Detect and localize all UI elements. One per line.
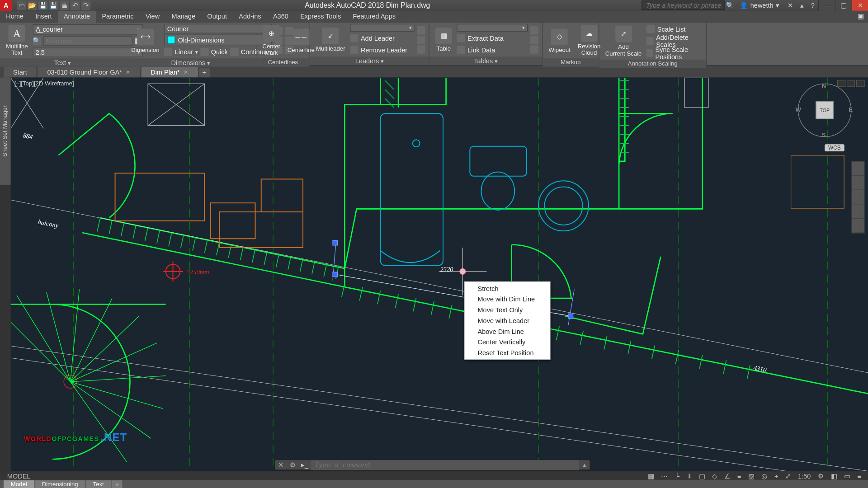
- layout-dim[interactable]: Dimensioning: [35, 480, 85, 488]
- sb-snap-icon[interactable]: ⋯: [659, 472, 670, 480]
- sb-custom-icon[interactable]: ≡: [855, 473, 863, 480]
- tab-featured[interactable]: Featured Apps: [347, 11, 401, 23]
- file-tab-start[interactable]: Start: [4, 67, 37, 78]
- tab-manage[interactable]: Manage: [165, 11, 201, 23]
- quick-button[interactable]: Quick: [211, 48, 228, 56]
- linear-button[interactable]: Linear: [175, 48, 193, 56]
- table-button[interactable]: ▦Table: [433, 26, 454, 53]
- close-icon[interactable]: ✕: [184, 69, 189, 75]
- multileader-button[interactable]: ↙Multileader: [314, 26, 348, 53]
- tab-a360[interactable]: A360: [267, 11, 294, 23]
- compass-w[interactable]: W: [796, 106, 801, 113]
- ctx-reset-text[interactable]: Reset Text Position: [465, 347, 550, 358]
- a360-icon[interactable]: ▴: [797, 1, 807, 9]
- close-button[interactable]: ✕: [852, 0, 868, 11]
- leader-o1-icon[interactable]: [417, 26, 425, 34]
- center-mark-button[interactable]: ⊕Center Mark: [260, 24, 283, 57]
- maximize-button[interactable]: ▢: [835, 0, 852, 11]
- qat-saveas-icon[interactable]: 💾: [49, 0, 58, 10]
- tab-parametric[interactable]: Parametric: [96, 11, 140, 23]
- search-icon[interactable]: 🔍: [725, 0, 735, 10]
- panel-table-title[interactable]: Tables ▾: [429, 56, 542, 65]
- table-o3-icon[interactable]: [530, 45, 538, 53]
- wcs-indicator[interactable]: WCS: [825, 144, 844, 151]
- add-leader-button[interactable]: Add Leader: [361, 35, 395, 42]
- sb-cycle-icon[interactable]: ◎: [759, 472, 770, 480]
- ctx-above-dimline[interactable]: Above Dim Line: [465, 326, 550, 337]
- sb-transparency-icon[interactable]: ▨: [746, 472, 757, 480]
- extract-data-button[interactable]: Extract Data: [467, 35, 504, 42]
- model-space-button[interactable]: MODEL: [5, 473, 33, 480]
- tab-home[interactable]: Home: [0, 11, 29, 23]
- table-o1-icon[interactable]: [530, 26, 538, 34]
- command-line[interactable]: ✕ ⚙ ▸_ ▴: [274, 460, 590, 470]
- sheet-set-manager-tab[interactable]: Sheet Set Manager: [0, 77, 11, 184]
- sb-ortho-icon[interactable]: └: [672, 473, 682, 480]
- layout-text[interactable]: Text: [86, 480, 111, 488]
- qat-new-icon[interactable]: ▭: [17, 0, 26, 10]
- viewcube-face[interactable]: TOP: [816, 101, 834, 119]
- panel-dim-title[interactable]: Dimensions ▾: [125, 58, 256, 66]
- sb-lweight-icon[interactable]: ≡: [735, 473, 743, 480]
- user-menu[interactable]: 👤 hewetth ▾: [735, 1, 784, 9]
- ctx-stretch[interactable]: Stretch: [465, 283, 550, 294]
- cmd-close-icon[interactable]: ✕: [275, 461, 287, 469]
- new-tab-button[interactable]: +: [199, 68, 210, 77]
- leader-o2-icon[interactable]: [417, 35, 425, 43]
- leader-o3-icon[interactable]: [417, 45, 425, 53]
- compass-n[interactable]: N: [822, 82, 826, 89]
- sb-polar-icon[interactable]: ✳: [684, 472, 694, 480]
- qat-redo-icon[interactable]: ↷: [81, 0, 90, 10]
- file-tab-dimplan[interactable]: Dim Plan*✕: [141, 67, 198, 78]
- link-data-button[interactable]: Link Data: [467, 47, 495, 54]
- sb-grid-icon[interactable]: ▦: [646, 472, 656, 480]
- compass-s[interactable]: S: [822, 131, 826, 138]
- close-icon[interactable]: ✕: [126, 69, 131, 75]
- scale-list-button[interactable]: Scale List: [657, 26, 686, 33]
- tab-insert[interactable]: Insert: [29, 11, 58, 23]
- remove-leader-button[interactable]: Remove Leader: [361, 47, 407, 54]
- sb-3dosnap-icon[interactable]: ◇: [710, 472, 719, 480]
- wipeout-button[interactable]: ◇Wipeout: [546, 27, 573, 54]
- nav-wheel-icon[interactable]: [852, 161, 864, 176]
- viewport-label[interactable]: [–][Top][2D Wireframe]: [14, 80, 74, 87]
- nav-showmotion-icon[interactable]: [852, 219, 864, 233]
- table-o2-icon[interactable]: [530, 35, 538, 43]
- exchange-icon[interactable]: ✕: [784, 1, 797, 9]
- multiline-text-button[interactable]: A Multiline Text: [4, 24, 30, 57]
- cmd-config-icon[interactable]: ⚙: [287, 461, 298, 469]
- drawing-canvas[interactable]: [–][Top][2D Wireframe]: [11, 77, 868, 471]
- dim-style-dropdown[interactable]: Old-Dimensions▾: [164, 35, 272, 46]
- cmd-expand-icon[interactable]: ▴: [579, 461, 590, 469]
- ctx-move-dimline[interactable]: Move with Dim Line: [465, 294, 550, 305]
- dimension-button[interactable]: ⟷ Dimension: [129, 27, 162, 54]
- sb-osnap-icon[interactable]: ▢: [697, 472, 708, 480]
- leader-style-dropdown[interactable]: ▾: [350, 24, 415, 32]
- ctx-move-text[interactable]: Move Text Only: [465, 305, 550, 315]
- tab-view[interactable]: View: [140, 11, 166, 23]
- sb-otrack-icon[interactable]: ∠: [722, 472, 732, 480]
- sb-annomon-icon[interactable]: +: [772, 473, 781, 480]
- qat-save-icon[interactable]: 💾: [38, 0, 47, 10]
- sb-annoscale-icon[interactable]: ⤢: [783, 472, 793, 480]
- scale-display[interactable]: 1:50: [796, 473, 813, 480]
- vp-close-icon[interactable]: [856, 80, 864, 87]
- ctx-move-leader[interactable]: Move with Leader: [465, 315, 550, 326]
- layout-model[interactable]: Model: [4, 480, 34, 488]
- ribbon-collapse-icon[interactable]: ▣: [853, 11, 868, 23]
- qat-plot-icon[interactable]: 🖶: [60, 0, 69, 10]
- tab-addins[interactable]: Add-ins: [233, 11, 267, 23]
- file-tab-ground[interactable]: 03-010 Ground Floor GA*✕: [38, 67, 140, 78]
- nav-pan-icon[interactable]: [852, 176, 864, 190]
- qat-open-icon[interactable]: 📂: [28, 0, 37, 10]
- compass-e[interactable]: E: [849, 106, 853, 113]
- nav-zoom-icon[interactable]: [852, 190, 864, 205]
- app-menu-button[interactable]: A: [0, 0, 12, 11]
- find-text-input[interactable]: [43, 36, 132, 46]
- nav-orbit-icon[interactable]: [852, 204, 864, 219]
- table-style-dropdown[interactable]: ▾: [457, 24, 528, 32]
- sb-iso-icon[interactable]: ◧: [829, 472, 840, 480]
- scale-sync-button[interactable]: Sync Scale Positions: [655, 46, 702, 61]
- nav-preview[interactable]: [791, 155, 844, 209]
- panel-text-title[interactable]: Text ▾: [0, 58, 125, 66]
